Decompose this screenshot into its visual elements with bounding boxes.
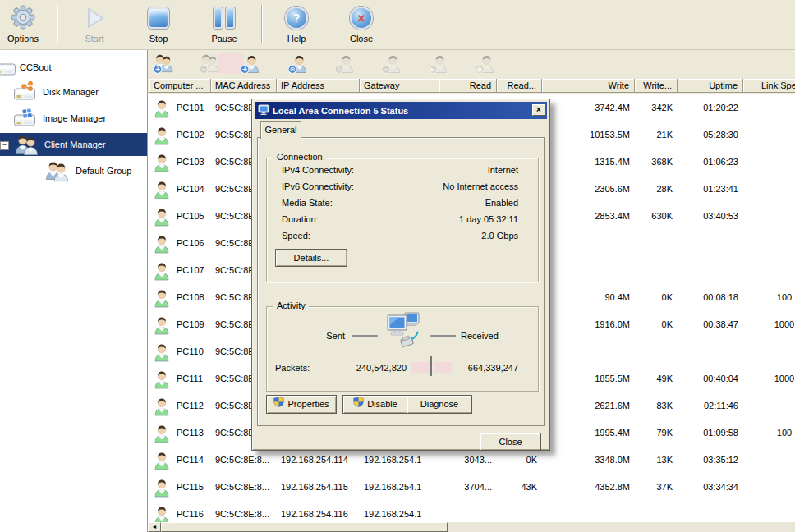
computer-name: PC106 <box>177 230 204 257</box>
sidebar-item-label: Client Manager <box>44 140 106 149</box>
cell-uptime: 00:38:47 <box>678 311 743 338</box>
column-header-write_speed[interactable]: Write... <box>635 79 678 93</box>
cell-mac: 9C:5C:8E:8... <box>211 474 277 501</box>
dialog-close-icon[interactable]: × <box>532 104 545 116</box>
computer-name: PC101 <box>177 94 204 122</box>
cell-uptime: 01:06:23 <box>678 149 743 176</box>
field-value: Internet <box>488 165 518 175</box>
traffic-indicator-icon <box>434 362 452 373</box>
delete-client-button[interactable]: − <box>381 53 404 76</box>
sidebar-item-label: Default Group <box>76 166 131 176</box>
svg-text:▶: ▶ <box>430 66 436 73</box>
svg-text:−: − <box>201 66 207 73</box>
table-header: Computer ...MAC AddressIP AddressGateway… <box>148 79 795 94</box>
sidebar-item-disk-manager[interactable]: Disk Manager <box>0 81 147 103</box>
computer-name: PC112 <box>177 392 204 420</box>
sidebar-item-client-manager[interactable]: − Client Manager <box>0 133 147 156</box>
sidebar-item-image-manager[interactable]: Image Manager <box>0 108 147 129</box>
shield-icon <box>273 397 284 412</box>
cell-link_speed: 1000 <box>743 365 795 392</box>
client-icon <box>153 179 171 203</box>
start-client-button[interactable]: ▶ <box>428 53 451 76</box>
client-icon <box>153 396 171 420</box>
options-button[interactable]: Options <box>0 3 46 46</box>
status-dialog: Local Area Connection 5 Status × General… <box>251 99 550 451</box>
disable-button[interactable]: Disable <box>342 395 408 414</box>
close-button[interactable]: ✕ Close <box>338 3 384 46</box>
dialog-titlebar[interactable]: Local Area Connection 5 Status × <box>255 102 547 119</box>
column-header-mac[interactable]: MAC Address <box>211 79 277 93</box>
cell-mac: 9C:5C:8E:8... <box>211 501 277 522</box>
cell-uptime: 02:11:46 <box>678 392 743 420</box>
column-header-read[interactable]: Read <box>439 79 497 93</box>
activity-groupbox: Activity Sent Received Packets: 240,542,… <box>266 306 539 392</box>
pause-button[interactable]: Pause <box>201 3 247 46</box>
diagnose-button[interactable]: Diagnose <box>407 395 472 414</box>
cell-write: 1855.5M <box>542 365 635 392</box>
cell-write_speed: 21K <box>635 122 678 149</box>
cell-uptime: 03:40:53 <box>678 203 743 230</box>
cell-uptime: 00:08:18 <box>678 284 743 311</box>
cell-write: 1916.0M <box>542 311 635 338</box>
main-toolbar: Options Start Stop Pause ? Help ✕ Close <box>0 0 795 50</box>
computer-name: PC109 <box>177 311 204 338</box>
column-header-gateway[interactable]: Gateway <box>360 79 439 93</box>
help-icon: ? <box>273 3 319 33</box>
column-header-ip[interactable]: IP Address <box>277 79 360 93</box>
collapse-icon[interactable]: − <box>0 141 9 150</box>
sent-label: Sent <box>283 331 345 341</box>
cell-link_speed <box>743 149 795 176</box>
client-icon <box>153 206 171 230</box>
cell-uptime <box>678 501 743 522</box>
tab-general[interactable]: General <box>260 121 301 139</box>
properties-button[interactable]: Properties <box>266 395 337 414</box>
cell-write_speed: 37K <box>635 474 678 501</box>
client-icon <box>153 152 171 176</box>
scan-client-button[interactable]: ⊙ <box>287 53 310 76</box>
computer-name: PC107 <box>177 257 204 284</box>
cell-uptime: 01:20:22 <box>678 94 743 122</box>
start-button[interactable]: Start <box>71 3 117 46</box>
dialog-close-button[interactable]: Close <box>480 433 541 451</box>
edit-client-button[interactable]: ✎ <box>334 53 357 76</box>
column-header-link_speed[interactable]: Link Speed <box>743 79 795 93</box>
details-button[interactable]: Details... <box>275 249 347 267</box>
dash-icon <box>430 335 456 337</box>
client-icon <box>153 477 171 501</box>
received-label: Received <box>461 331 499 341</box>
add-group-button[interactable]: + <box>153 53 176 76</box>
cell-link_speed: 100 <box>743 420 795 447</box>
add-client-button[interactable]: + <box>240 53 263 76</box>
cell-write: 4352.8M <box>542 474 635 501</box>
help-button[interactable]: ? Help <box>273 3 319 46</box>
scroll-left-icon[interactable]: ◄ <box>148 522 161 532</box>
client-icon <box>153 314 171 338</box>
cell-uptime: 00:40:04 <box>678 365 743 392</box>
field-label: Speed: <box>282 231 310 241</box>
cell-write <box>542 257 635 284</box>
cell-link_speed <box>743 94 795 122</box>
table-row[interactable]: PC1169C:5C:8E:8...192.168.254.116192.168… <box>148 501 795 522</box>
column-header-uptime[interactable]: Uptime <box>678 79 743 93</box>
sidebar-item-ccboot[interactable]: CCBoot <box>0 57 147 78</box>
cell-link_speed: 1000 <box>743 311 795 338</box>
options-label: Options <box>0 33 46 44</box>
cell-link_speed <box>743 447 795 474</box>
sidebar-item-default-group[interactable]: Default Group <box>0 160 147 181</box>
client-icon <box>153 450 171 474</box>
cell-ip: 192.168.254.116 <box>277 501 360 522</box>
horizontal-scrollbar[interactable]: ◄ <box>148 522 795 532</box>
tab-page: Connection IPv4 Connectivity: Internet I… <box>257 137 545 426</box>
column-header-write[interactable]: Write <box>542 79 635 93</box>
stop-client-button[interactable]: ● <box>475 53 498 76</box>
cell-gateway: 192.168.254.1 <box>360 501 439 522</box>
scrollbar-thumb[interactable] <box>161 522 448 532</box>
stop-button[interactable]: Stop <box>136 3 182 46</box>
field-label: Duration: <box>282 214 319 224</box>
column-header-read_speed[interactable]: Read... <box>497 79 542 93</box>
cell-write: 2621.6M <box>542 392 635 420</box>
column-header-computer[interactable]: Computer ... <box>149 79 211 93</box>
stop-icon <box>136 3 182 33</box>
table-row[interactable]: PC1159C:5C:8E:8...192.168.254.115192.168… <box>148 474 795 501</box>
packets-sent-value: 240,542,820 <box>308 363 407 373</box>
